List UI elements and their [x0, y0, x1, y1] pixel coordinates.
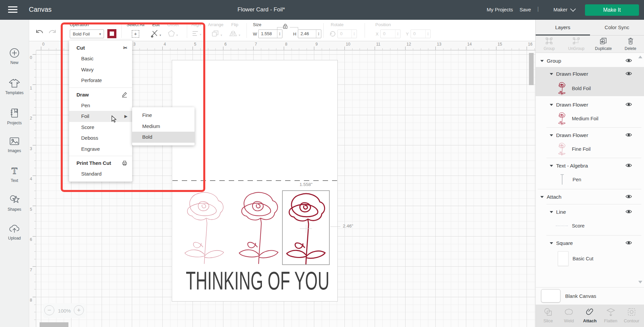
sidebar-item-images[interactable]: Images: [0, 137, 29, 153]
sidebar-item-upload[interactable]: Upload: [0, 224, 29, 241]
sublayer-medium-foil[interactable]: Medium Foil: [536, 111, 644, 126]
hamburger-menu-icon[interactable]: [8, 6, 17, 13]
layer-line[interactable]: Line: [536, 206, 644, 218]
horizontal-scrollbar[interactable]: [40, 322, 68, 327]
collapse-icon[interactable]: [550, 73, 553, 75]
collapse-icon[interactable]: [550, 211, 553, 213]
menu-foil-label: Foil: [81, 113, 89, 119]
sublayer-pen[interactable]: Pen: [536, 172, 644, 187]
menu-foil[interactable]: Foil ▶: [69, 111, 132, 122]
flower-fine-foil[interactable]: [182, 189, 226, 265]
collapse-icon[interactable]: [550, 134, 553, 136]
pen-thumbnail: [559, 173, 565, 186]
x-label: X: [376, 31, 379, 37]
vertical-scrollbar[interactable]: [529, 53, 534, 85]
redo-icon[interactable]: [48, 28, 57, 37]
height-field[interactable]: 2.46 ▲▼: [298, 29, 321, 38]
width-stepper[interactable]: ▲▼: [277, 30, 282, 38]
eye-icon[interactable]: [626, 71, 632, 77]
tab-layers[interactable]: Layers: [536, 20, 590, 35]
layer-square[interactable]: Square: [536, 237, 644, 250]
offset-label: Offset: [166, 22, 180, 27]
layer-drawn-flower-1[interactable]: Drawn Flower: [536, 68, 644, 80]
sublayer-basic-cut[interactable]: Basic Cut: [536, 250, 644, 268]
collapse-icon[interactable]: [550, 242, 553, 244]
card-text[interactable]: THINKING OF YOU: [183, 268, 332, 295]
tshirt-icon: [9, 78, 20, 88]
tab-color-sync[interactable]: Color Sync: [590, 20, 644, 35]
undo-icon[interactable]: [35, 28, 44, 37]
layer-group-header[interactable]: Group: [536, 55, 644, 67]
menu-deboss[interactable]: Deboss: [69, 133, 132, 144]
sidebar-item-templates[interactable]: Templates: [0, 78, 29, 95]
submenu-medium[interactable]: Medium: [132, 121, 195, 132]
collapse-icon[interactable]: [540, 196, 544, 198]
operation-dropdown[interactable]: Bold Foil ▼: [70, 29, 104, 38]
eye-icon[interactable]: [626, 102, 632, 108]
sidebar-item-label: Text: [0, 178, 29, 183]
edit-tools-button[interactable]: ▼: [150, 29, 162, 39]
flip-mirror-icon: [229, 29, 237, 38]
menu-wavy[interactable]: Wavy: [69, 64, 132, 75]
collapse-icon[interactable]: [550, 104, 553, 106]
menu-print-then-cut[interactable]: Print Then Cut: [69, 157, 132, 169]
weld-icon: [565, 308, 573, 316]
eye-icon[interactable]: [626, 209, 632, 215]
machine-select[interactable]: Maker: [553, 7, 575, 12]
zoom-in-button[interactable]: +: [74, 305, 84, 315]
color-swatch[interactable]: [107, 29, 116, 38]
sidebar-item-new[interactable]: New: [0, 48, 29, 65]
fold-score-line[interactable]: [172, 178, 338, 184]
menu-standard[interactable]: Standard: [69, 169, 132, 180]
caret-down-icon: ▼: [176, 34, 178, 37]
menu-score[interactable]: Score: [69, 122, 132, 133]
contour-label: Contour: [621, 318, 642, 323]
layer-attach-header[interactable]: Attach: [536, 191, 644, 203]
weld-label: Weld: [558, 318, 579, 323]
menu-pen[interactable]: Pen: [69, 100, 132, 111]
eye-icon[interactable]: [626, 132, 632, 138]
scroll-down-icon[interactable]: [638, 281, 642, 283]
blank-canvas-swatch[interactable]: [541, 289, 560, 303]
scroll-up-icon[interactable]: [638, 56, 642, 58]
sublayer-bold-foil[interactable]: Bold Foil: [536, 81, 644, 96]
sublayer-fine-foil[interactable]: Fine Foil: [536, 142, 644, 156]
my-projects-link[interactable]: My Projects: [487, 7, 513, 12]
mouse-cursor: [111, 115, 117, 123]
collapse-icon[interactable]: [550, 165, 553, 167]
menu-engrave[interactable]: Engrave: [69, 144, 132, 155]
image-icon: [9, 137, 20, 146]
eye-icon[interactable]: [626, 194, 632, 200]
make-it-button[interactable]: Make It: [585, 4, 639, 16]
sidebar-item-text[interactable]: T Text: [0, 166, 29, 183]
eye-icon[interactable]: [626, 240, 632, 246]
menu-draw[interactable]: Draw: [69, 89, 132, 100]
menu-perforate[interactable]: Perforate: [69, 75, 132, 86]
zoom-out-button[interactable]: −: [44, 305, 54, 315]
submenu-arrow-icon: ▶: [124, 111, 127, 122]
sidebar-item-projects[interactable]: Projects: [0, 108, 29, 125]
save-link[interactable]: Save: [520, 7, 531, 12]
eye-icon[interactable]: [626, 163, 632, 169]
sublayer-score[interactable]: Score: [536, 218, 644, 233]
delete-button[interactable]: Delete: [617, 36, 644, 53]
eye-icon[interactable]: [626, 58, 632, 64]
select-all-button[interactable]: +: [132, 30, 139, 38]
attach-button[interactable]: Attach: [579, 305, 600, 327]
submenu-bold[interactable]: Bold: [132, 132, 195, 143]
menu-cut[interactable]: Cut ✂: [69, 42, 132, 53]
submenu-fine[interactable]: Fine: [132, 110, 195, 121]
height-stepper[interactable]: ▲▼: [316, 30, 321, 38]
layer-drawn-flower-2[interactable]: Drawn Flower: [536, 99, 644, 111]
duplicate-button[interactable]: Duplicate: [590, 36, 617, 53]
flower-medium-foil[interactable]: [236, 189, 281, 265]
layer-drawn-flower-3[interactable]: Drawn Flower: [536, 129, 644, 142]
width-field[interactable]: 1.558 ▲▼: [258, 29, 282, 38]
y-field: 0 ▲▼: [411, 29, 431, 38]
collapse-icon[interactable]: [540, 60, 544, 62]
layer-name: Line: [556, 209, 566, 215]
sidebar-item-shapes[interactable]: Shapes: [0, 194, 29, 212]
menu-basic[interactable]: Basic: [69, 53, 132, 64]
layer-text-algebra[interactable]: Text - Algebra: [536, 159, 644, 172]
lock-icon[interactable]: [282, 23, 288, 29]
